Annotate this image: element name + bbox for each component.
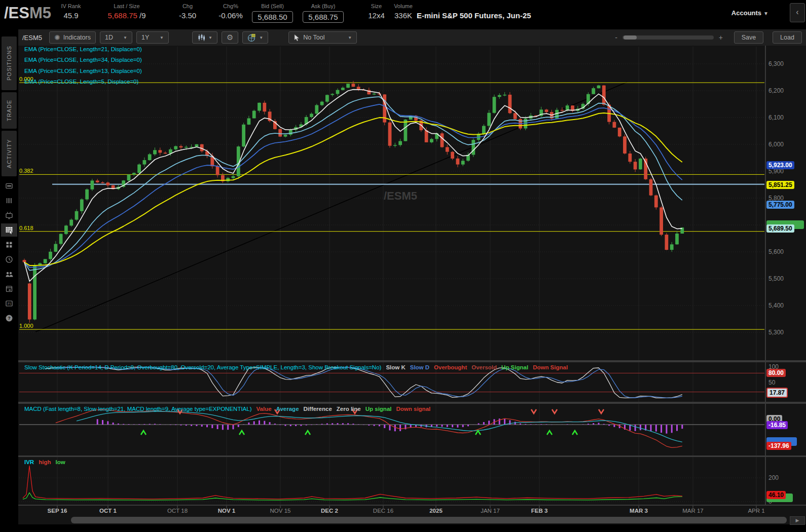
scroll-right-button[interactable]: ▶ [790, 516, 805, 525]
load-button[interactable]: Load [773, 31, 802, 44]
tab-trade[interactable]: TRADE [2, 92, 17, 129]
drawing-set-dropdown[interactable]: ▼ [242, 31, 268, 44]
price-badge: 5,923.00 [766, 161, 794, 169]
active-tool-dropdown[interactable]: No Tool ▼ [288, 31, 357, 44]
chg-pct-field: Chg% -0.06% [210, 3, 251, 20]
svg-text:SEP 16: SEP 16 [48, 508, 67, 514]
contract-description: E-mini S&P 500 Futures, Jun-25 [417, 11, 531, 20]
svg-text:MAR 17: MAR 17 [682, 508, 704, 514]
news-icon[interactable] [1, 179, 17, 193]
volume-field: Volume 336K [389, 3, 417, 20]
symbol-input[interactable]: /ESM5 [22, 34, 42, 42]
chevron-down-icon: ▼ [763, 11, 768, 16]
symbol-title: /ESM5 [4, 4, 51, 22]
gear-icon: ⚙ [227, 33, 233, 42]
svg-text:5,600: 5,600 [768, 248, 784, 255]
history-icon[interactable] [1, 253, 17, 266]
svg-text:NOV 15: NOV 15 [270, 508, 291, 514]
svg-text:FI: FI [8, 302, 11, 306]
svg-text:NOV 1: NOV 1 [218, 508, 236, 514]
trading-app: /ESM5 IV Rank 45.9 Last / Size 5,688.75 … [0, 0, 806, 532]
chart-canvas: 6,3006,2006,1006,0005,9005,8005,7005,600… [18, 46, 806, 516]
svg-text:MAR 3: MAR 3 [630, 508, 648, 514]
svg-text:0.000: 0.000 [19, 76, 33, 82]
tab-positions[interactable]: POSITIONS [2, 36, 17, 90]
dashboard-icon[interactable] [1, 238, 17, 251]
watchlist-icon[interactable] [1, 194, 17, 207]
chart-icon[interactable] [1, 223, 17, 237]
scrollbar-thumb[interactable] [71, 517, 787, 523]
people-icon[interactable] [1, 268, 17, 281]
svg-text:DEC 16: DEC 16 [373, 508, 393, 514]
candlestick-icon [197, 33, 205, 42]
monitor-icon[interactable] [1, 209, 17, 222]
size-field: Size 12x4 [362, 3, 390, 20]
calendar-icon[interactable] [1, 282, 17, 295]
zoom-slider-thumb[interactable] [624, 35, 637, 40]
svg-text:0.382: 0.382 [19, 168, 33, 174]
svg-text:JAN 17: JAN 17 [481, 508, 500, 514]
header: /ESM5 IV Rank 45.9 Last / Size 5,688.75 … [0, 0, 806, 29]
horizontal-scrollbar[interactable]: ▶ [18, 516, 806, 524]
accounts-dropdown[interactable]: Accounts▼ [731, 9, 768, 17]
last-size-field: Last / Size 5,688.75 /9 [94, 3, 160, 20]
stoch-badge: 17.87 [766, 388, 788, 398]
chart-style-dropdown[interactable]: ▼ [192, 31, 217, 44]
svg-text:6,200: 6,200 [768, 87, 784, 94]
svg-text:0.618: 0.618 [19, 225, 33, 231]
svg-text:50: 50 [768, 379, 776, 386]
indicators-button[interactable]: ✺ Indicators [49, 31, 96, 44]
collapse-panel-button[interactable]: ‹ [790, 3, 805, 22]
tab-activity[interactable]: ACTIVITY [2, 131, 17, 176]
iv-rank-field: IV Rank 45.9 [51, 3, 91, 20]
svg-text:2025: 2025 [429, 508, 443, 514]
ivr-badge: 46.10 [766, 491, 786, 499]
chg-field: Chg -3.50 [167, 3, 208, 20]
price-badge: 5,689.50 [766, 224, 794, 233]
macd-badge: -16.85 [766, 421, 788, 429]
zoom-out-button[interactable]: - [615, 33, 617, 42]
fx-icon[interactable]: FI [1, 297, 17, 310]
svg-text:5,300: 5,300 [768, 329, 784, 336]
svg-text:OCT 18: OCT 18 [167, 508, 188, 514]
timeframe-dropdown[interactable]: 1D▼ [100, 31, 132, 44]
price-badge: 5,775.00 [766, 201, 794, 209]
indicators-icon: ✺ [54, 33, 60, 42]
cursor-icon [294, 34, 300, 42]
left-sidebar: POSITIONS TRADE ACTIVITY FI? [0, 29, 18, 532]
svg-text:5,400: 5,400 [768, 302, 784, 309]
pattern-tool-icon [247, 33, 256, 42]
svg-text:?: ? [8, 316, 11, 321]
range-dropdown[interactable]: 1Y▼ [136, 31, 169, 44]
chevron-down-icon: ▼ [123, 35, 127, 40]
save-button[interactable]: Save [734, 31, 763, 44]
svg-text:DEC 2: DEC 2 [321, 508, 338, 514]
price-badge: 5,851.25 [766, 181, 794, 189]
ask-field[interactable]: Ask (Buy) 5,688.75 [299, 3, 347, 23]
svg-text:FEB 3: FEB 3 [531, 508, 548, 514]
chart-settings-button[interactable]: ⚙ [222, 31, 238, 44]
zoom-control: - + [615, 33, 723, 42]
svg-text:200: 200 [768, 474, 779, 481]
zoom-in-button[interactable]: + [719, 33, 723, 42]
bid-field[interactable]: Bid (Sell) 5,688.50 [248, 3, 297, 23]
macd-badge: -137.96 [766, 442, 791, 450]
chevron-down-icon: ▼ [348, 35, 352, 40]
svg-text:OCT 1: OCT 1 [99, 508, 117, 514]
chevron-down-icon: ▼ [259, 35, 263, 40]
chevron-down-icon: ▼ [160, 35, 164, 40]
chart-watermark: /ESM5 [384, 189, 417, 202]
svg-text:APR 1: APR 1 [748, 508, 764, 514]
stoch-badge: 80.00 [766, 369, 786, 377]
zoom-slider[interactable] [622, 35, 714, 40]
svg-text:6,000: 6,000 [768, 141, 784, 148]
svg-text:1.000: 1.000 [19, 323, 33, 329]
svg-text:6,300: 6,300 [768, 60, 784, 67]
chevron-down-icon: ▼ [208, 35, 212, 40]
svg-text:5,500: 5,500 [768, 275, 784, 282]
chart-toolbar: /ESM5 ✺ Indicators 1D▼ 1Y▼ ▼ ⚙ [18, 29, 806, 46]
svg-text:6,100: 6,100 [768, 114, 784, 121]
help-icon[interactable]: ? [1, 312, 17, 325]
